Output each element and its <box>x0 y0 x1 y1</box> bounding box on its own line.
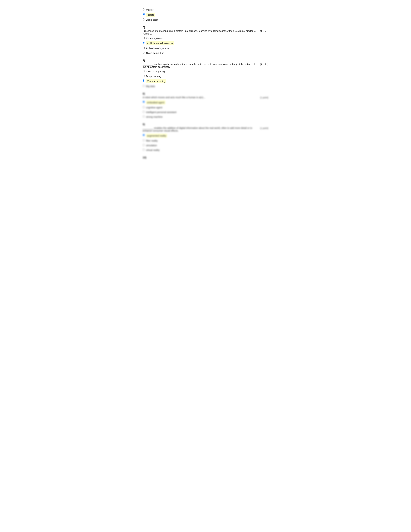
option-item[interactable]: Deep learning <box>143 75 268 78</box>
radio-machine-learning[interactable] <box>143 79 145 82</box>
option-label: intelligent personal assistant <box>146 110 176 114</box>
question-9: 9) ________ enables the addition of digi… <box>143 123 268 152</box>
option-item: strong machine <box>143 115 268 118</box>
question-text-7: ________ analyzes patterns in data, then… <box>143 63 257 68</box>
option-item[interactable]: Rules-based systems <box>143 47 268 50</box>
option-label: Cloud computing <box>146 51 164 55</box>
radio-webmaster[interactable] <box>143 18 145 20</box>
question-8: 8) A robot which moves and acts much lik… <box>143 92 268 118</box>
radio-rules-based-systems[interactable] <box>143 47 145 49</box>
options-list-q5: master literate webmaster <box>143 8 268 21</box>
question-number-9: 9) <box>143 123 268 126</box>
option-item: filter reality <box>143 139 268 142</box>
options-list-q8: embodied agent cognitive agent intellige… <box>143 100 268 118</box>
question-10-partial: 10) <box>143 156 268 159</box>
option-item[interactable]: Machine learning <box>143 79 268 83</box>
option-item[interactable]: Expert systems <box>143 37 268 40</box>
radio-artificial-neural-networks[interactable] <box>143 42 145 44</box>
option-item[interactable]: literate <box>143 13 268 17</box>
question-5-partial: master literate webmaster <box>143 8 268 21</box>
question-points-9: (1 point) <box>260 127 268 129</box>
radio-augmented-reality <box>143 134 145 136</box>
option-item[interactable]: Artificial neural networks <box>143 41 268 45</box>
radio-strong-machine <box>143 115 145 117</box>
option-item: augmented reality <box>143 134 268 138</box>
question-number-8: 8) <box>143 92 268 95</box>
option-item[interactable]: Cloud computing <box>143 51 268 55</box>
question-number-6: 6) <box>143 26 268 29</box>
option-label-selected: literate <box>146 13 155 17</box>
option-label: strong machine <box>146 115 163 118</box>
question-points-8: (1 point) <box>260 96 268 99</box>
radio-blurred-q7 <box>143 85 145 87</box>
options-list-q7: Cloud Computing Deep learning Machine le… <box>143 70 268 88</box>
options-list-q6: Expert systems Artificial neural network… <box>143 37 268 55</box>
option-label-selected: Artificial neural networks <box>146 41 174 45</box>
option-label: virtual reality <box>146 148 159 152</box>
question-text-9: ________ enables the addition of digital… <box>143 127 257 132</box>
radio-cloud-computing-q7[interactable] <box>143 70 145 72</box>
option-item: cognitive agent <box>143 106 268 109</box>
radio-cognitive-agent <box>143 106 145 108</box>
option-item: simulation <box>143 144 268 147</box>
question-text-6: Processes information using a bottom-up … <box>143 29 257 35</box>
option-label-selected: Machine learning <box>146 79 166 83</box>
question-row-7: ________ analyzes patterns in data, then… <box>143 63 268 68</box>
option-label: Deep learning <box>146 75 161 78</box>
option-item[interactable]: master <box>143 8 268 11</box>
option-label: filter reality <box>146 139 158 142</box>
question-row-9: ________ enables the addition of digital… <box>143 127 268 132</box>
radio-cloud-computing-q6[interactable] <box>143 52 145 54</box>
option-item-blurred: Big data <box>143 85 268 88</box>
option-label: Rules-based systems <box>146 47 169 50</box>
question-row-6: Processes information using a bottom-up … <box>143 29 268 35</box>
option-item[interactable]: Cloud Computing <box>143 70 268 73</box>
option-label: embodied agent <box>146 100 165 104</box>
option-label: Expert systems <box>146 37 163 40</box>
radio-virtual-reality <box>143 149 145 151</box>
radio-literate[interactable] <box>143 13 145 15</box>
option-label: Big data <box>146 85 155 88</box>
question-7: 7) ________ analyzes patterns in data, t… <box>143 59 268 88</box>
radio-master[interactable] <box>143 8 145 10</box>
radio-deep-learning[interactable] <box>143 75 145 77</box>
question-points-7: (1 point) <box>260 63 268 66</box>
option-label: webmaster <box>146 18 158 21</box>
radio-embodied-agent <box>143 101 145 103</box>
question-row-8: A robot which moves and acts much like a… <box>143 96 268 99</box>
option-label: master <box>146 8 153 11</box>
radio-simulation <box>143 144 145 146</box>
question-6: 6) Processes information using a bottom-… <box>143 26 268 55</box>
question-points-6: (1 point) <box>260 30 268 32</box>
option-label: simulation <box>146 144 157 147</box>
question-number-7: 7) <box>143 59 268 62</box>
option-label: Cloud Computing <box>146 70 165 73</box>
radio-filter-reality <box>143 139 145 141</box>
radio-expert-systems[interactable] <box>143 37 145 39</box>
option-item[interactable]: webmaster <box>143 18 268 21</box>
option-item: intelligent personal assistant <box>143 110 268 114</box>
question-text-8: A robot which moves and acts much like a… <box>143 96 257 99</box>
question-number-10: 10) <box>143 156 268 159</box>
option-label: cognitive agent <box>146 106 162 109</box>
radio-intelligent-personal-assistant <box>143 111 145 113</box>
options-list-q9: augmented reality filter reality simulat… <box>143 134 268 152</box>
option-item: virtual reality <box>143 148 268 152</box>
option-item: embodied agent <box>143 100 268 104</box>
option-label: augmented reality <box>146 134 167 138</box>
